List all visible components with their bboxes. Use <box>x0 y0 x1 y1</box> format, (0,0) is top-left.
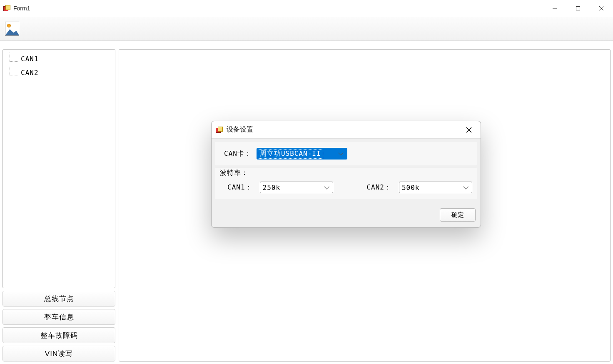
can-card-combobox[interactable]: 周立功USBCAN-II <box>257 148 347 160</box>
tree-item-label: CAN2 <box>21 68 39 77</box>
dialog-body: CAN卡： 周立功USBCAN-II 波特率： CAN1： 250k CAN2： <box>212 139 481 205</box>
dialog-icon <box>216 127 222 133</box>
bus-nodes-button[interactable]: 总线节点 <box>2 291 115 307</box>
can1-baud-value: 250k <box>263 184 281 192</box>
left-panel: CAN1 CAN2 总线节点 整车信息 整车故障码 VIN读写 <box>2 49 115 362</box>
tree-item-can1[interactable]: CAN1 <box>6 52 112 66</box>
can-card-label: CAN卡： <box>224 150 252 158</box>
tree-item-can2[interactable]: CAN2 <box>6 66 112 80</box>
device-settings-dialog: 设备设置 CAN卡： 周立功USBCAN-II 波特率： CAN1： <box>211 121 481 228</box>
image-icon[interactable] <box>5 22 19 36</box>
main-titlebar: Form1 <box>0 0 613 17</box>
vehicle-info-button[interactable]: 整车信息 <box>2 309 115 325</box>
dialog-footer: 确定 <box>212 205 481 227</box>
dialog-close-button[interactable] <box>461 122 476 137</box>
toolbar <box>0 17 613 41</box>
dialog-title: 设备设置 <box>227 125 461 134</box>
can-card-group: CAN卡： 周立功USBCAN-II <box>215 142 477 165</box>
minimize-button[interactable] <box>543 0 566 17</box>
ok-button[interactable]: 确定 <box>440 208 476 222</box>
window-title: Form1 <box>13 5 543 12</box>
can2-baud-value: 500k <box>402 184 420 192</box>
can-card-value: 周立功USBCAN-II <box>258 149 323 159</box>
tree-view[interactable]: CAN1 CAN2 <box>2 49 115 288</box>
dialog-titlebar: 设备设置 <box>212 121 481 139</box>
baud-rate-label: 波特率： <box>220 169 472 177</box>
app-icon <box>3 5 10 12</box>
vehicle-fault-code-button[interactable]: 整车故障码 <box>2 327 115 343</box>
maximize-button[interactable] <box>566 0 590 17</box>
baud-rate-group: 波特率： CAN1： 250k CAN2： 500k <box>215 168 477 199</box>
svg-rect-1 <box>576 7 580 10</box>
can2-label: CAN2： <box>366 183 391 192</box>
close-button[interactable] <box>590 0 613 17</box>
can1-baud-combobox[interactable]: 250k <box>260 182 333 193</box>
can1-label: CAN1： <box>227 183 252 192</box>
tree-item-label: CAN1 <box>21 55 39 64</box>
can2-baud-combobox[interactable]: 500k <box>399 182 472 193</box>
window-controls <box>543 0 613 17</box>
vin-rw-button[interactable]: VIN读写 <box>2 346 115 362</box>
